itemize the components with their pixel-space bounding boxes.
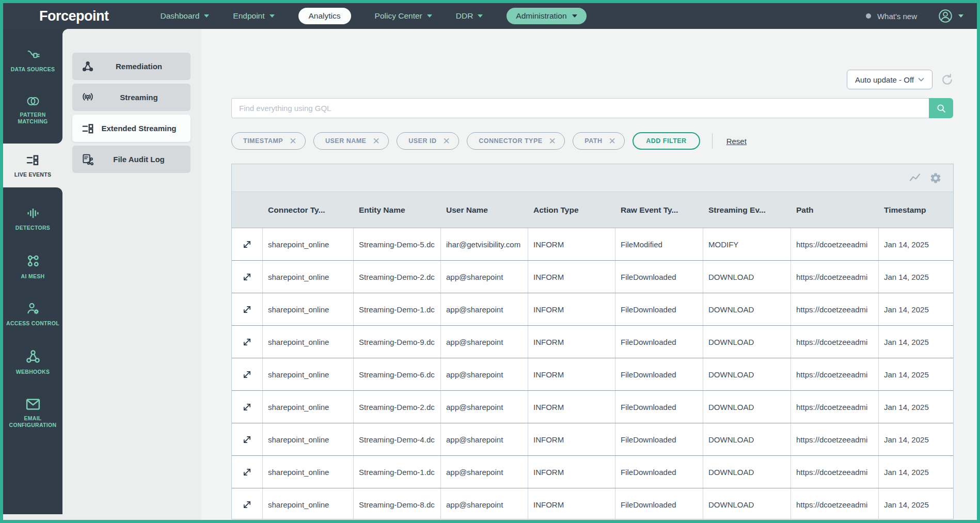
table-header-row: Connector Ty... Entity Name User Name Ac… — [232, 192, 953, 228]
expand-row-icon[interactable] — [242, 402, 252, 413]
table-row[interactable]: sharepoint_online Streaming-Demo-1.dc ap… — [232, 456, 953, 488]
cell-streaming-event: MODIFY — [703, 228, 791, 260]
table-row[interactable]: sharepoint_online Streaming-Demo-8.dc ap… — [232, 488, 953, 519]
cell-connector-type: sharepoint_online — [263, 326, 354, 358]
list-squares-icon — [25, 153, 40, 167]
remove-filter-icon[interactable]: ✕ — [372, 137, 380, 146]
sidebar-item-pattern-matching[interactable]: PATTERN MATCHING — [3, 90, 62, 131]
cell-action-type: INFORM — [528, 391, 615, 423]
cell-path: https://dcoetzeeadmi — [791, 326, 879, 358]
cell-user-name: app@sharepoint — [441, 391, 528, 423]
header-user-name[interactable]: User Name — [441, 192, 528, 228]
table-row[interactable]: sharepoint_online Streaming-Demo-9.dc ap… — [232, 326, 953, 358]
filter-chip-path[interactable]: PATH ✕ — [573, 132, 625, 150]
cell-streaming-event: DOWNLOAD — [703, 391, 791, 423]
cell-raw-event-type: FileDownloaded — [615, 456, 703, 488]
sidebar-item-webhooks[interactable]: WEBHOOKS — [3, 344, 62, 381]
plug-icon — [26, 47, 40, 62]
chip-label: CONNECTOR TYPE — [479, 137, 542, 145]
table-row[interactable]: sharepoint_online Streaming-Demo-5.dc ih… — [232, 228, 953, 261]
audit-doc-icon — [81, 153, 94, 166]
header-action-type[interactable]: Action Type — [528, 192, 615, 228]
user-menu[interactable] — [938, 8, 963, 24]
expand-row-icon[interactable] — [242, 337, 252, 347]
nav-endpoint[interactable]: Endpoint — [233, 11, 274, 21]
main-nav: Dashboard Endpoint Analytics Policy Cent… — [161, 8, 587, 24]
cell-entity-name: Streaming-Demo-1.dc — [354, 456, 441, 488]
filter-chip-timestamp[interactable]: TIMESTAMP ✕ — [231, 132, 306, 150]
cell-entity-name: Streaming-Demo-6.dc — [354, 358, 441, 390]
header-connector-type[interactable]: Connector Ty... — [263, 192, 354, 228]
cell-raw-event-type: FileDownloaded — [615, 358, 703, 390]
cell-streaming-event: DOWNLOAD — [703, 488, 791, 519]
expand-row-icon[interactable] — [242, 304, 252, 315]
cell-action-type: INFORM — [528, 456, 615, 488]
expand-row-icon[interactable] — [242, 467, 252, 478]
sidebar-item-ai-mesh[interactable]: AI MESH — [3, 248, 62, 286]
sidebar-item-detectors[interactable]: DETECTORS — [3, 201, 62, 237]
auto-update-select[interactable]: Auto update - Off — [847, 70, 932, 89]
cell-user-name: app@sharepoint — [441, 488, 528, 519]
subnav-item-file-audit-log[interactable]: File Audit Log — [72, 146, 191, 173]
subnav-item-remediation[interactable]: Remediation — [72, 53, 191, 80]
header-timestamp[interactable]: Timestamp — [879, 192, 953, 228]
chevron-down-icon — [204, 14, 209, 18]
sidebar-bottom-block: DETECTORS AI MESH — [3, 187, 62, 514]
whats-new-link[interactable]: What's new — [866, 12, 917, 21]
remove-filter-icon[interactable]: ✕ — [442, 137, 450, 146]
sidebar-item-label: DETECTORS — [15, 225, 50, 232]
filter-chip-connector-type[interactable]: CONNECTOR TYPE ✕ — [467, 132, 565, 150]
sidebar-item-label: EMAIL CONFIGURATION — [5, 415, 60, 429]
chevron-down-icon — [917, 75, 925, 84]
forcepoint-logo: Forcepoint — [39, 8, 109, 24]
nav-policy-center[interactable]: Policy Center — [375, 11, 432, 21]
remove-filter-icon[interactable]: ✕ — [609, 137, 617, 146]
expand-row-icon[interactable] — [242, 499, 252, 510]
cell-user-name: app@sharepoint — [441, 326, 528, 358]
content-region: Remediation Streaming — [62, 29, 977, 520]
cell-entity-name: Streaming-Demo-9.dc — [354, 326, 441, 358]
sidebar-item-access-control[interactable]: ACCESS CONTROL — [3, 296, 62, 332]
header-entity-name[interactable]: Entity Name — [354, 192, 441, 228]
cell-user-name: ihar@getvisibility.com — [441, 228, 528, 260]
cell-action-type: INFORM — [528, 358, 615, 390]
table-row[interactable]: sharepoint_online Streaming-Demo-2.dc ap… — [232, 391, 953, 423]
nav-dashboard[interactable]: Dashboard — [161, 11, 210, 21]
sidebar-item-live-events-selected[interactable]: LIVE EVENTS — [3, 144, 62, 187]
cell-timestamp: Jan 14, 2025 — [879, 293, 953, 325]
sidebar-item-email-configuration[interactable]: EMAIL CONFIGURATION — [3, 392, 62, 434]
refresh-icon[interactable] — [940, 73, 954, 87]
table-row[interactable]: sharepoint_online Streaming-Demo-2.dc ap… — [232, 261, 953, 293]
chart-view-icon[interactable] — [909, 172, 921, 184]
expand-row-icon[interactable] — [242, 369, 252, 380]
remove-filter-icon[interactable]: ✕ — [549, 137, 557, 146]
add-filter-button[interactable]: ADD FILTER — [633, 132, 700, 150]
secondary-sidebar: Remediation Streaming — [62, 29, 201, 520]
subnav-item-extended-streaming[interactable]: Extended Streaming — [72, 115, 191, 142]
filter-chip-user-name[interactable]: USER NAME ✕ — [313, 132, 389, 150]
search-input[interactable] — [231, 98, 929, 118]
expand-row-icon[interactable] — [242, 272, 252, 282]
expand-row-icon[interactable] — [242, 239, 252, 250]
header-streaming-event[interactable]: Streaming Ev... — [703, 192, 791, 228]
table-row[interactable]: sharepoint_online Streaming-Demo-1.dc ap… — [232, 293, 953, 326]
cell-path: https://dcoetzeeadmi — [791, 423, 879, 455]
cell-connector-type: sharepoint_online — [263, 456, 354, 488]
header-path[interactable]: Path — [791, 192, 879, 228]
filter-chip-user-id[interactable]: USER ID ✕ — [397, 132, 459, 150]
cell-raw-event-type: FileDownloaded — [615, 391, 703, 423]
nav-ddr[interactable]: DDR — [456, 11, 483, 21]
table-row[interactable]: sharepoint_online Streaming-Demo-4.dc ap… — [232, 423, 953, 456]
table-row[interactable]: sharepoint_online Streaming-Demo-6.dc ap… — [232, 358, 953, 391]
expand-row-icon[interactable] — [242, 434, 252, 445]
gear-icon[interactable] — [929, 172, 942, 184]
search-button[interactable] — [929, 98, 953, 118]
sidebar-item-data-sources[interactable]: DATA SOURCES — [3, 42, 62, 78]
header-raw-event-type[interactable]: Raw Event Ty... — [615, 192, 703, 228]
remove-filter-icon[interactable]: ✕ — [289, 137, 297, 146]
subnav-item-streaming[interactable]: Streaming — [72, 84, 191, 111]
reset-link[interactable]: Reset — [726, 137, 747, 146]
nav-administration[interactable]: Administration — [507, 8, 586, 24]
nav-analytics-active[interactable]: Analytics — [298, 8, 351, 24]
chip-label: USER ID — [408, 137, 436, 145]
